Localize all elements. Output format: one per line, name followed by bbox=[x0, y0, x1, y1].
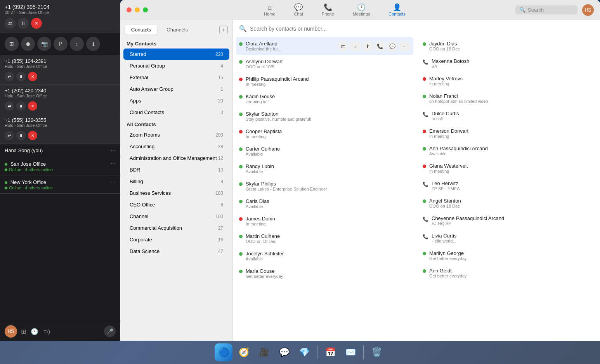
tab-meetings[interactable]: 🕐 Meetings bbox=[345, 2, 378, 18]
contact-item-carla[interactable]: Carla Dias Available bbox=[236, 195, 413, 212]
sidebar-item-corporate[interactable]: Corporate 16 bbox=[123, 234, 229, 245]
contact-item-dulce[interactable]: 📞 Dulce Curtis In call bbox=[420, 107, 597, 125]
hold-3-resume[interactable]: ⏸ bbox=[16, 131, 26, 140]
video-button[interactable]: 📷 bbox=[37, 37, 51, 51]
sidebar-tab-contacts[interactable]: Contacts bbox=[125, 25, 157, 35]
sidebar-item-billing[interactable]: Billing 8 bbox=[123, 176, 229, 187]
dialpad-button[interactable]: ⊞ bbox=[5, 37, 19, 51]
sidebar-item-accounting[interactable]: Accounting 38 bbox=[123, 141, 229, 152]
group-new-york-options[interactable]: ··· bbox=[111, 179, 116, 185]
contact-item-marilyn[interactable]: Marilyn George Get better everyday bbox=[420, 247, 597, 264]
contact-item-nolan[interactable]: Nolan Franci on hotspot atm so limited v… bbox=[420, 90, 597, 107]
contact-item-giana[interactable]: Giana Westervelt In meeting bbox=[420, 159, 597, 177]
hold-2-end[interactable]: ✕ bbox=[28, 101, 37, 111]
info-button[interactable]: ℹ bbox=[86, 37, 100, 51]
contact-item-ann-p[interactable]: Ann Passaquindici Arcand Available bbox=[420, 142, 597, 159]
sidebar-item-bdr[interactable]: BDR 10 bbox=[123, 164, 229, 175]
transfer-button[interactable]: ⇄ bbox=[5, 18, 16, 29]
sidebar-item-business-services[interactable]: Business Services 180 bbox=[123, 187, 229, 199]
contact-item-marley[interactable]: Marley Vetrovs In meeting bbox=[420, 72, 597, 90]
contact-item-phillip[interactable]: Phillip Passaquindici Arcand In meeting bbox=[236, 73, 413, 90]
contact-item-clara[interactable]: Clara Arellano Designing the fut... ⇄ ↓ … bbox=[236, 37, 413, 55]
hold-2-transfer[interactable]: ⇄ bbox=[5, 101, 14, 111]
add-contact-button[interactable]: + bbox=[219, 26, 228, 34]
add-action[interactable]: ↓ bbox=[350, 41, 361, 52]
hold-1-resume[interactable]: ⏸ bbox=[16, 72, 26, 81]
tab-phone[interactable]: 📞 Phone bbox=[314, 2, 342, 18]
contact-item-ashlynn[interactable]: Ashlynn Dorwart OOO until 10/5 bbox=[236, 55, 413, 73]
hold-3-transfer[interactable]: ⇄ bbox=[5, 131, 14, 140]
contact-item-martin[interactable]: Martin Culhane OOO on 18 Dec bbox=[236, 230, 413, 247]
hold-3-end[interactable]: ✕ bbox=[28, 131, 37, 140]
makenna-info: Makenna Botosh SA bbox=[432, 58, 594, 69]
sidebar-item-commercial[interactable]: Commercial Acquisition 27 bbox=[123, 222, 229, 234]
dock-trash[interactable]: 🗑️ bbox=[368, 343, 385, 361]
park-button[interactable]: P bbox=[54, 37, 68, 51]
hold-button[interactable]: ⏸ bbox=[18, 18, 29, 29]
dock-calendar[interactable]: 📅 bbox=[321, 343, 339, 361]
tab-contacts[interactable]: 👤 Contacts bbox=[381, 2, 413, 18]
record-button[interactable]: ⏺ bbox=[21, 37, 35, 51]
contact-item-leo[interactable]: 📞 Leo Herwitz ZP SE - EMEA bbox=[420, 177, 597, 194]
hold-1-transfer[interactable]: ⇄ bbox=[5, 72, 14, 81]
sidebar-item-auto-answer[interactable]: Auto Answer Group 1 bbox=[123, 83, 229, 95]
group-san-jose-options[interactable]: ··· bbox=[111, 160, 116, 167]
hold-2-resume[interactable]: ⏸ bbox=[16, 101, 26, 111]
sidebar-item-zoom-rooms[interactable]: Zoom Rooms 200 bbox=[123, 129, 229, 140]
contact-item-jaydon[interactable]: Jaydon Dias OOO on 18 Dec bbox=[420, 37, 597, 55]
global-search[interactable]: 🔍 Search bbox=[515, 5, 577, 14]
history-icon[interactable]: 🕐 bbox=[31, 328, 38, 335]
sidebar-item-data-science[interactable]: Data Science 47 bbox=[123, 246, 229, 257]
voicemail-icon[interactable]: ⊃) bbox=[43, 328, 50, 335]
end-call-button[interactable]: ✕ bbox=[31, 18, 42, 29]
contact-item-ann-geidt[interactable]: Ann Geidt Get better everyday bbox=[420, 264, 597, 282]
contact-item-livia[interactable]: 📞 Livia Curtis Hello world... bbox=[420, 229, 597, 247]
contact-item-angel[interactable]: Angel Stanton OOO on 18 Dec bbox=[420, 194, 597, 212]
message-action[interactable]: 💬 bbox=[387, 41, 398, 52]
contact-item-maria[interactable]: Maria Gouse Get better everyday bbox=[236, 265, 413, 282]
share-action[interactable]: ⬆ bbox=[362, 41, 373, 52]
maximize-button[interactable] bbox=[143, 7, 148, 12]
close-button[interactable] bbox=[127, 7, 132, 12]
sidebar-item-channel[interactable]: Channel 100 bbox=[123, 211, 229, 222]
contact-item-emerson[interactable]: Emerson Dorwart In meeting bbox=[420, 125, 597, 142]
contact-item-cooper[interactable]: Cooper Baptista In meeting bbox=[236, 125, 413, 142]
tab-chat[interactable]: 💬 Chat bbox=[286, 2, 311, 18]
contact-item-cheyenne[interactable]: 📞 Cheyenne Passaquindici Arcand SJ-HQ SE bbox=[420, 212, 597, 229]
contact-item-skylar-stanton[interactable]: Skylar Stanton Stay positive, humble and… bbox=[236, 107, 413, 125]
contact-item-randy[interactable]: Randy Lubin Available bbox=[236, 160, 413, 177]
tab-home[interactable]: ⌂ Home bbox=[256, 2, 283, 18]
call-action[interactable]: 📞 bbox=[375, 41, 385, 52]
dialpad-icon[interactable]: ⊞ bbox=[21, 328, 26, 335]
sidebar-item-starred[interactable]: Starred 220 bbox=[123, 49, 229, 60]
contact-item-skylar-philips[interactable]: Skylar Philips Great Lakes - Enterprise … bbox=[236, 177, 413, 195]
microphone-button[interactable]: 🎤 bbox=[104, 326, 116, 337]
minimize-button[interactable] bbox=[135, 7, 140, 12]
dock-sketch[interactable]: 💎 bbox=[295, 343, 313, 361]
contact-item-carter[interactable]: Carter Culhane Available bbox=[236, 142, 413, 160]
sidebar-item-personal-group[interactable]: Personal Group 4 bbox=[123, 60, 229, 71]
sidebar-item-apps[interactable]: Apps 20 bbox=[123, 95, 229, 106]
dock-messages[interactable]: 💬 bbox=[275, 343, 293, 361]
contacts-search-input[interactable] bbox=[250, 26, 594, 32]
sidebar-item-ceo-office[interactable]: CEO Office 6 bbox=[123, 199, 229, 210]
contact-item-makenna[interactable]: 📞 Makenna Botosh SA bbox=[420, 55, 597, 72]
user-options-button[interactable]: ··· bbox=[111, 147, 116, 154]
more-action[interactable]: ··· bbox=[399, 41, 410, 52]
contact-item-james[interactable]: James Donin In meeting bbox=[236, 212, 413, 230]
sidebar-tab-channels[interactable]: Channels bbox=[160, 25, 194, 35]
contact-item-jocelyn[interactable]: Jocelyn Schleifer Available bbox=[236, 247, 413, 265]
dock-safari[interactable]: 🧭 bbox=[235, 343, 253, 361]
flip-button[interactable]: ↕ bbox=[70, 37, 84, 51]
contact-item-kadin[interactable]: Kadin Gouse zooming in!! bbox=[236, 90, 413, 107]
dock-zoom[interactable]: 🎥 bbox=[255, 343, 273, 361]
user-avatar-header[interactable]: HS bbox=[582, 4, 594, 16]
dock-mail[interactable]: ✉️ bbox=[342, 343, 359, 361]
contacts-search-bar[interactable]: 🔍 bbox=[233, 20, 600, 37]
sidebar-item-cloud-contacts[interactable]: Cloud Contacts 0 bbox=[123, 107, 229, 118]
transfer-action[interactable]: ⇄ bbox=[337, 41, 348, 52]
dock-finder[interactable]: 🔵 bbox=[215, 343, 232, 361]
hold-1-end[interactable]: ✕ bbox=[28, 72, 37, 81]
sidebar-item-admin-office[interactable]: Administration and Office Management 12 bbox=[123, 153, 229, 164]
sidebar-item-external[interactable]: External 15 bbox=[123, 72, 229, 83]
